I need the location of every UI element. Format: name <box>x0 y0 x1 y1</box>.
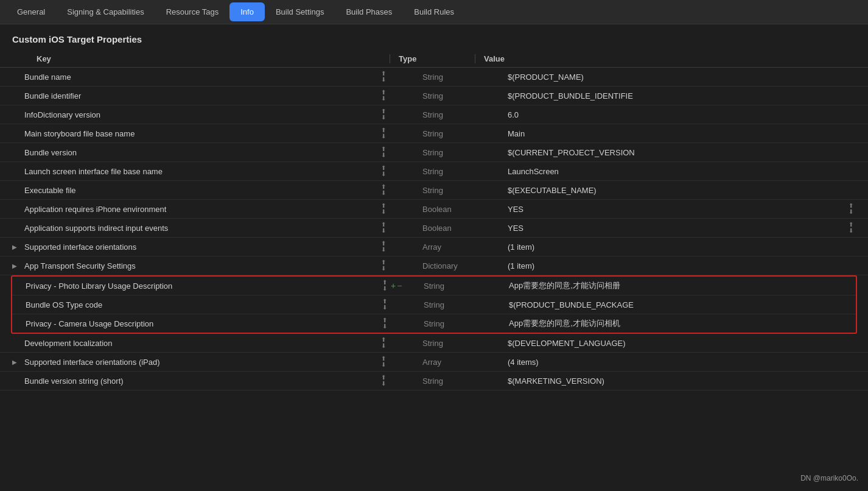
sort-stepper[interactable]: ⬆⬇ <box>377 127 390 140</box>
col-value-header: Value <box>475 54 856 63</box>
row-type: String <box>414 339 499 348</box>
row-type: Dictionary <box>414 261 499 270</box>
row-value: LaunchScreen <box>499 167 856 176</box>
table-header: Key Type Value <box>0 51 868 68</box>
sort-stepper[interactable]: ⬆⬇ <box>377 203 390 215</box>
table-row[interactable]: Privacy - Photo Library Usage Descriptio… <box>12 277 856 295</box>
value-stepper[interactable]: ⬆⬇ <box>846 203 856 215</box>
tab-bar: GeneralSigning & CapabilitiesResource Ta… <box>0 0 868 24</box>
row-key: Bundle version string (short) <box>24 376 377 386</box>
row-type: String <box>414 129 499 138</box>
properties-table: Bundle name⬆⬇String$(PRODUCT_NAME)Bundle… <box>0 68 868 390</box>
row-type: String <box>414 148 499 157</box>
table-row[interactable]: InfoDictionary version⬆⬇String6.0 <box>0 105 868 124</box>
row-value: $(PRODUCT_NAME) <box>499 72 856 82</box>
sort-stepper[interactable]: ⬆⬇ <box>377 241 390 253</box>
row-type: String <box>414 91 499 101</box>
row-key: Development localization <box>24 339 377 348</box>
table-row[interactable]: ▶App Transport Security Settings⬆⬇Dictio… <box>0 256 868 275</box>
table-row[interactable]: Application requires iPhone environment⬆… <box>0 200 868 219</box>
row-key: Main storyboard file base name <box>24 129 377 138</box>
table-row[interactable]: Bundle identifier⬆⬇String$(PRODUCT_BUNDL… <box>0 87 868 105</box>
row-type: Boolean <box>414 224 499 233</box>
row-value: $(PRODUCT_BUNDLE_PACKAGE <box>500 300 855 309</box>
row-value: YES <box>499 205 846 214</box>
tab-build-phases[interactable]: Build Phases <box>335 2 403 21</box>
row-key: Supported interface orientations <box>24 242 377 252</box>
row-type: String <box>414 167 499 176</box>
row-value: $(CURRENT_PROJECT_VERSION <box>499 148 856 157</box>
sort-stepper[interactable]: ⬆⬇ <box>377 222 390 234</box>
row-key: App Transport Security Settings <box>24 261 377 270</box>
section-title: Custom iOS Target Properties <box>0 24 868 51</box>
sort-stepper[interactable]: ⬆⬇ <box>379 280 391 292</box>
table-row[interactable]: ▶Supported interface orientations (iPad)… <box>0 353 868 372</box>
sort-stepper[interactable]: ⬆⬇ <box>377 90 390 102</box>
table-row[interactable]: Application supports indirect input even… <box>0 219 868 238</box>
table-row[interactable]: ▶Supported interface orientations⬆⬇Array… <box>0 238 868 256</box>
row-type: Array <box>414 242 499 252</box>
row-key: Bundle OS Type code <box>26 300 379 309</box>
table-row[interactable]: Bundle version string (short)⬆⬇String$(M… <box>0 372 868 390</box>
col-key-header: Key <box>12 54 390 63</box>
row-type: String <box>415 281 500 291</box>
value-stepper[interactable]: ⬆⬇ <box>846 222 856 234</box>
tab-build-rules[interactable]: Build Rules <box>403 2 465 21</box>
row-value: (1 item) <box>499 261 856 270</box>
row-value: $(MARKETING_VERSION) <box>499 376 856 386</box>
row-key: Executable file <box>24 186 377 195</box>
sort-stepper[interactable]: ⬆⬇ <box>379 298 391 311</box>
row-value: Main <box>499 129 856 138</box>
sort-stepper[interactable]: ⬆⬇ <box>377 375 390 387</box>
row-key: Bundle version <box>24 148 377 157</box>
tab-general[interactable]: General <box>6 2 56 21</box>
table-row[interactable]: Bundle version⬆⬇String$(CURRENT_PROJECT_… <box>0 143 868 162</box>
remove-row-button[interactable]: − <box>397 281 402 291</box>
row-value: $(DEVELOPMENT_LANGUAGE) <box>499 339 856 348</box>
sort-stepper[interactable]: ⬆⬇ <box>377 184 390 196</box>
expand-arrow[interactable]: ▶ <box>12 244 24 250</box>
sort-stepper[interactable]: ⬆⬇ <box>377 165 390 177</box>
tab-signing[interactable]: Signing & Capabilities <box>56 2 155 21</box>
row-key: Privacy - Camera Usage Description <box>26 319 379 328</box>
row-key: Application supports indirect input even… <box>24 224 377 233</box>
table-row[interactable]: Launch screen interface file base name⬆⬇… <box>0 162 868 181</box>
row-value: $(EXECUTABLE_NAME) <box>499 186 856 195</box>
row-value: 6.0 <box>499 110 856 119</box>
row-value: $(PRODUCT_BUNDLE_IDENTIFIE <box>499 91 856 101</box>
row-key: Supported interface orientations (iPad) <box>24 358 377 367</box>
row-type: String <box>414 110 499 119</box>
sort-stepper[interactable]: ⬆⬇ <box>377 356 390 368</box>
tab-resource-tags[interactable]: Resource Tags <box>155 2 229 21</box>
table-row[interactable]: Bundle name⬆⬇String$(PRODUCT_NAME) <box>0 68 868 87</box>
table-row[interactable]: Executable file⬆⬇String$(EXECUTABLE_NAME… <box>0 181 868 200</box>
row-key: Application requires iPhone environment <box>24 205 377 214</box>
sort-stepper[interactable]: ⬆⬇ <box>377 260 390 272</box>
table-row[interactable]: Bundle OS Type code⬆⬇String$(PRODUCT_BUN… <box>12 295 856 314</box>
row-key: Launch screen interface file base name <box>24 167 377 176</box>
row-type: Boolean <box>414 205 499 214</box>
table-row[interactable]: Main storyboard file base name⬆⬇StringMa… <box>0 124 868 143</box>
row-value: (1 item) <box>499 242 856 252</box>
table-row[interactable]: Development localization⬆⬇String$(DEVELO… <box>0 334 868 353</box>
tab-build-settings[interactable]: Build Settings <box>265 2 335 21</box>
row-key: Bundle name <box>24 72 377 82</box>
sort-stepper[interactable]: ⬆⬇ <box>377 108 390 121</box>
row-actions: +− <box>391 281 415 291</box>
sort-stepper[interactable]: ⬆⬇ <box>377 146 390 158</box>
add-row-button[interactable]: + <box>391 281 396 291</box>
row-key: Bundle identifier <box>24 91 377 101</box>
row-type: Array <box>414 358 499 367</box>
row-value: (4 items) <box>499 358 856 367</box>
sort-stepper[interactable]: ⬆⬇ <box>379 317 391 330</box>
table-row[interactable]: Privacy - Camera Usage Description⬆⬇Stri… <box>12 314 856 333</box>
row-type: String <box>414 186 499 195</box>
row-type: String <box>415 319 500 328</box>
row-type: String <box>414 72 499 82</box>
sort-stepper[interactable]: ⬆⬇ <box>377 337 390 349</box>
expand-arrow[interactable]: ▶ <box>12 263 24 269</box>
watermark: DN @mariko0Oo. <box>800 474 858 482</box>
expand-arrow[interactable]: ▶ <box>12 359 24 366</box>
sort-stepper[interactable]: ⬆⬇ <box>377 71 390 83</box>
tab-info[interactable]: Info <box>229 2 265 21</box>
